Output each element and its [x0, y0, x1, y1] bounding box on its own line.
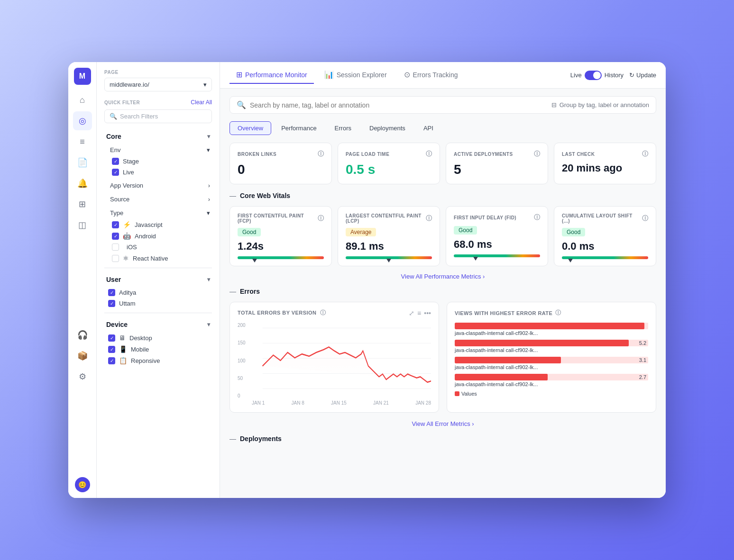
chevron-down-icon: ▾ [207, 209, 210, 217]
sub-tab-api[interactable]: API [415, 121, 441, 135]
chevron-down-icon: ▾ [207, 321, 210, 328]
chevron-down-icon: ▾ [207, 276, 210, 283]
update-button[interactable]: ↻ Update [629, 72, 656, 79]
chevron-down-icon: ▾ [207, 146, 210, 154]
metric-active-deployments: ACTIVE DEPLOYMENTS ⓘ 5 [446, 143, 548, 184]
last-check-label: LAST CHECK ⓘ [562, 150, 648, 158]
sidebar-item-package[interactable]: 📦 [73, 346, 92, 365]
source-subsection: Source › [104, 193, 212, 205]
filter-item-ios[interactable]: iOS [108, 242, 212, 253]
live-toggle-switch[interactable] [585, 71, 602, 80]
responsive-checkbox[interactable]: ✓ [108, 357, 115, 364]
sub-tab-deployments[interactable]: Deployments [361, 121, 413, 135]
search-input[interactable] [250, 101, 548, 109]
type-header[interactable]: Type ▾ [108, 207, 212, 219]
chevron-down-icon: ▾ [207, 133, 210, 140]
filter-item-desktop[interactable]: ✓ 🖥 Desktop [104, 332, 212, 343]
error-rate-card: VIEWS WITH HIGHEST ERROR RATE ⓘ java-cla… [447, 302, 656, 413]
active-deployments-value: 5 [454, 162, 540, 177]
app-version-header[interactable]: App Version › [108, 180, 212, 191]
view-all-performance-link[interactable]: View All Performance Metrics › [229, 273, 656, 280]
aditya-checkbox[interactable]: ✓ [108, 289, 115, 296]
fid-badge: Good [454, 226, 477, 235]
sidebar-item-settings[interactable]: ⚙ [73, 367, 92, 386]
filter-item-stage[interactable]: ✓ Stage [108, 156, 212, 167]
sidebar-item-analytics[interactable]: ◎ [73, 111, 92, 130]
mobile-checkbox[interactable]: ✓ [108, 346, 115, 353]
sub-tabs: Overview Performance Errors Deployments … [229, 121, 656, 135]
view-all-errors-link[interactable]: View All Error Metrics › [229, 420, 656, 427]
filter-item-react-native[interactable]: ⚛ React Native [108, 253, 212, 264]
errors-line-chart [238, 323, 431, 398]
quick-filter-label: QUICK FILTER [104, 100, 140, 105]
errors-section-header: — Errors [229, 288, 656, 295]
tab-performance-monitor[interactable]: ⊞ Performance Monitor [229, 66, 314, 84]
sidebar-item-widget[interactable]: ◫ [73, 216, 92, 235]
sidebar-item-document[interactable]: 📄 [73, 153, 92, 172]
chevron-right-icon: › [208, 196, 210, 203]
ios-checkbox[interactable] [112, 244, 119, 251]
chart-y-labels: 200 150 100 50 0 [238, 323, 248, 398]
search-icon: 🔍 [237, 100, 246, 109]
fcp-value: 1.24s [238, 240, 324, 253]
source-header[interactable]: Source › [108, 193, 212, 205]
sub-tab-performance[interactable]: Performance [273, 121, 324, 135]
live-toggle[interactable]: Live History [570, 71, 624, 80]
deployments-collapse-icon[interactable]: — [229, 435, 236, 443]
android-checkbox[interactable]: ✓ [112, 233, 119, 240]
search-filters-input[interactable]: 🔍 Search Filters [104, 109, 212, 123]
sub-tab-errors[interactable]: Errors [327, 121, 359, 135]
error-bar-row-3: 3.1 java-claspath-internal call-cf902-lk… [455, 357, 648, 370]
page-selector[interactable]: middleware.io/ ▾ [104, 78, 212, 91]
vital-fcp: FIRST CONTENTFUL PAINT (FCP) ⓘ Good 1.24… [229, 206, 332, 266]
live-checkbox[interactable]: ✓ [112, 169, 119, 176]
error-bar-fill-3 [455, 357, 561, 363]
sidebar-item-home[interactable]: ⌂ [73, 90, 92, 109]
env-header[interactable]: Env ▾ [108, 144, 212, 156]
metrics-grid: BROKEN LINKS ⓘ 0 PAGE LOAD TIME ⓘ 0.5 s … [229, 143, 656, 184]
desktop-checkbox[interactable]: ✓ [108, 334, 115, 342]
lcp-value: 89.1 ms [346, 240, 432, 253]
filter-item-mobile[interactable]: ✓ 📱 Mobile [104, 343, 212, 355]
collapse-icon[interactable]: — [229, 192, 236, 199]
sidebar-item-headset[interactable]: 🎧 [73, 325, 92, 344]
react-native-checkbox[interactable] [112, 255, 119, 262]
errors-collapse-icon[interactable]: — [229, 288, 236, 295]
tab-errors-tracking[interactable]: ⊙ Errors Tracking [397, 66, 465, 84]
errors-grid: TOTAL ERRORS BY VERSION ⓘ ⤢ ≡ ••• 200 15… [229, 302, 656, 413]
more-icon[interactable]: ••• [424, 309, 431, 317]
core-section-header[interactable]: Core ▾ [104, 129, 212, 144]
env-subsection: Env ▾ ✓ Stage ✓ Live [104, 144, 212, 178]
filter-item-javascript[interactable]: ✓ ⚡ Javascript [108, 219, 212, 230]
error-bar-row-1: java-claspath-internal call-cf902-lk... [455, 323, 648, 336]
clear-all-button[interactable]: Clear All [191, 99, 212, 106]
metric-broken-links: BROKEN LINKS ⓘ 0 [229, 143, 332, 184]
device-section-header[interactable]: Device ▾ [104, 317, 212, 332]
group-icon: ⊟ [551, 101, 557, 108]
stage-checkbox[interactable]: ✓ [112, 158, 119, 165]
search-bar[interactable]: 🔍 ⊟ Group by tag, label or annotation [229, 96, 656, 114]
tab-session-explorer[interactable]: 📊 Session Explorer [318, 66, 394, 84]
lcp-bar [346, 256, 432, 259]
metric-last-check: LAST CHECK ⓘ 20 mins ago [554, 143, 656, 184]
user-avatar[interactable]: 😊 [75, 477, 90, 492]
error-bar-value-3: 3.1 [639, 357, 646, 363]
chart-x-labels: JAN 1 JAN 8 JAN 15 JAN 21 JAN 28 [238, 400, 431, 406]
filter-item-uttam[interactable]: ✓ Uttam [104, 298, 212, 309]
chevron-down-icon: ▾ [203, 81, 207, 88]
sidebar-icon-rail: M ⌂ ◎ ≡ 📄 🔔 ⊞ ◫ 🎧 📦 ⚙ 😊 [68, 62, 97, 498]
filter-item-aditya[interactable]: ✓ Aditya [104, 287, 212, 298]
filter-icon[interactable]: ≡ [417, 309, 421, 317]
filter-item-android[interactable]: ✓ 🤖 Android [108, 230, 212, 242]
javascript-checkbox[interactable]: ✓ [112, 221, 119, 228]
user-section-header[interactable]: User ▾ [104, 272, 212, 287]
filter-item-responsive[interactable]: ✓ 📋 Reponsive [104, 355, 212, 366]
sub-tab-overview[interactable]: Overview [229, 121, 271, 135]
sidebar-item-list[interactable]: ≡ [73, 132, 92, 151]
expand-icon[interactable]: ⤢ [409, 309, 414, 317]
filter-item-live[interactable]: ✓ Live [108, 167, 212, 178]
uttam-checkbox[interactable]: ✓ [108, 300, 115, 307]
sidebar-item-bell[interactable]: 🔔 [73, 174, 92, 193]
deployments-section-header: — Deployments [229, 435, 656, 443]
sidebar-item-grid[interactable]: ⊞ [73, 195, 92, 214]
